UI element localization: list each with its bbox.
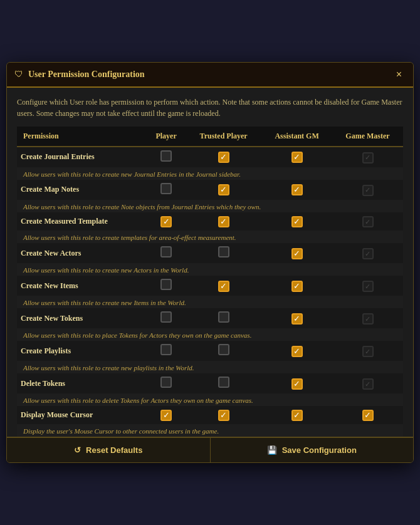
shield-icon: 🛡 bbox=[14, 70, 23, 80]
table-row: Create Map Notes✓✓✓ bbox=[17, 180, 403, 200]
checkbox-assistant[interactable]: ✓ bbox=[261, 243, 332, 263]
checkbox-assistant[interactable]: ✓ bbox=[261, 373, 332, 393]
reset-icon: ↺ bbox=[74, 445, 81, 455]
checkbox-player[interactable]: ✓ bbox=[147, 212, 186, 231]
checkbox-trusted[interactable]: ✓ bbox=[186, 276, 261, 296]
checkbox-assistant[interactable]: ✓ bbox=[261, 308, 332, 328]
save-label: Save Configuration bbox=[282, 445, 357, 455]
checkbox-player[interactable] bbox=[147, 147, 186, 167]
table-row: Create New Actors✓✓ bbox=[17, 243, 403, 263]
checkbox-assistant[interactable]: ✓ bbox=[261, 276, 332, 296]
checkbox-player[interactable] bbox=[147, 373, 186, 393]
reset-defaults-button[interactable]: ↺ Reset Defaults bbox=[7, 438, 211, 462]
checkbox-trusted[interactable]: ✓ bbox=[186, 147, 261, 167]
permission-desc-row: Allow users with this role to delete Tok… bbox=[17, 393, 403, 406]
table-row: Create Playlists✓✓ bbox=[17, 341, 403, 361]
checkbox-trusted[interactable]: ✓ bbox=[186, 406, 261, 424]
col-assistant-gm: Assistant GM bbox=[261, 127, 332, 147]
close-button[interactable]: × bbox=[392, 68, 406, 81]
checkbox-player[interactable]: ✓ bbox=[147, 406, 186, 424]
modal-footer: ↺ Reset Defaults 💾 Save Configuration bbox=[7, 437, 413, 462]
permission-desc-row: Allow users with this role to create new… bbox=[17, 263, 403, 276]
modal-title: User Permission Configuration bbox=[28, 70, 145, 80]
checkbox-gm: ✓ bbox=[332, 180, 403, 200]
modal-container: 🛡 User Permission Configuration × Config… bbox=[6, 62, 414, 464]
permission-name: Create Playlists bbox=[17, 341, 147, 361]
checkbox-trusted[interactable] bbox=[186, 373, 261, 393]
save-configuration-button[interactable]: 💾 Save Configuration bbox=[211, 438, 414, 462]
checkbox-player[interactable] bbox=[147, 308, 186, 328]
permission-desc-row: Allow users with this role to create tem… bbox=[17, 231, 403, 243]
table-row: Create New Items✓✓✓ bbox=[17, 276, 403, 296]
permission-name: Delete Tokens bbox=[17, 373, 147, 393]
checkbox-trusted[interactable]: ✓ bbox=[186, 180, 261, 200]
permission-desc-row: Allow users with this role to place Toke… bbox=[17, 328, 403, 341]
checkbox-assistant[interactable]: ✓ bbox=[261, 341, 332, 361]
table-row: Create Journal Entries✓✓✓ bbox=[17, 147, 403, 167]
permission-name: Display Mouse Cursor bbox=[17, 406, 147, 424]
permission-name: Create Journal Entries bbox=[17, 147, 147, 167]
permission-desc-row: Allow users with this role to create new… bbox=[17, 167, 403, 180]
checkbox-assistant[interactable]: ✓ bbox=[261, 180, 332, 200]
checkbox-gm: ✓ bbox=[332, 341, 403, 361]
table-row: Create Measured Template✓✓✓✓ bbox=[17, 212, 403, 231]
table-header-row: Permission Player Trusted Player Assista… bbox=[17, 127, 403, 147]
checkbox-player[interactable] bbox=[147, 243, 186, 263]
permission-desc-row: Display the user's Mouse Cursor to other… bbox=[17, 424, 403, 437]
permissions-table: Permission Player Trusted Player Assista… bbox=[17, 127, 403, 437]
reset-label: Reset Defaults bbox=[86, 445, 142, 455]
checkbox-player[interactable] bbox=[147, 276, 186, 296]
table-row: Display Mouse Cursor✓✓✓✓ bbox=[17, 406, 403, 424]
col-player: Player bbox=[147, 127, 186, 147]
permission-name: Create New Tokens bbox=[17, 308, 147, 328]
checkbox-gm: ✓ bbox=[332, 373, 403, 393]
checkbox-gm: ✓ bbox=[332, 276, 403, 296]
permissions-table-wrapper[interactable]: Permission Player Trusted Player Assista… bbox=[17, 127, 403, 437]
permission-name: Create Measured Template bbox=[17, 212, 147, 231]
permission-desc-row: Allow users with this role to create new… bbox=[17, 361, 403, 373]
col-game-master: Game Master bbox=[332, 127, 403, 147]
modal-header: 🛡 User Permission Configuration × bbox=[7, 63, 413, 88]
checkbox-gm: ✓ bbox=[332, 212, 403, 231]
table-row: Delete Tokens✓✓ bbox=[17, 373, 403, 393]
permission-desc-row: Allow users with this role to create Not… bbox=[17, 200, 403, 212]
checkbox-assistant[interactable]: ✓ bbox=[261, 212, 332, 231]
col-permission: Permission bbox=[17, 127, 147, 147]
permission-name: Create New Items bbox=[17, 276, 147, 296]
permission-desc-row: Allow users with this role to create new… bbox=[17, 296, 403, 308]
header-left: 🛡 User Permission Configuration bbox=[14, 70, 145, 80]
checkbox-gm: ✓ bbox=[332, 308, 403, 328]
checkbox-player[interactable] bbox=[147, 180, 186, 200]
modal-body: Configure which User role has permission… bbox=[7, 88, 413, 437]
col-trusted-player: Trusted Player bbox=[186, 127, 261, 147]
checkbox-trusted[interactable] bbox=[186, 243, 261, 263]
table-row: Create New Tokens✓✓ bbox=[17, 308, 403, 328]
checkbox-assistant[interactable]: ✓ bbox=[261, 406, 332, 424]
checkbox-trusted[interactable]: ✓ bbox=[186, 212, 261, 231]
checkbox-trusted[interactable] bbox=[186, 308, 261, 328]
checkbox-assistant[interactable]: ✓ bbox=[261, 147, 332, 167]
checkbox-gm: ✓ bbox=[332, 243, 403, 263]
checkbox-player[interactable] bbox=[147, 341, 186, 361]
permission-name: Create Map Notes bbox=[17, 180, 147, 200]
checkbox-trusted[interactable] bbox=[186, 341, 261, 361]
description-text: Configure which User role has permission… bbox=[17, 96, 403, 119]
permission-name: Create New Actors bbox=[17, 243, 147, 263]
checkbox-gm[interactable]: ✓ bbox=[332, 406, 403, 424]
checkbox-gm: ✓ bbox=[332, 147, 403, 167]
save-icon: 💾 bbox=[267, 445, 277, 455]
